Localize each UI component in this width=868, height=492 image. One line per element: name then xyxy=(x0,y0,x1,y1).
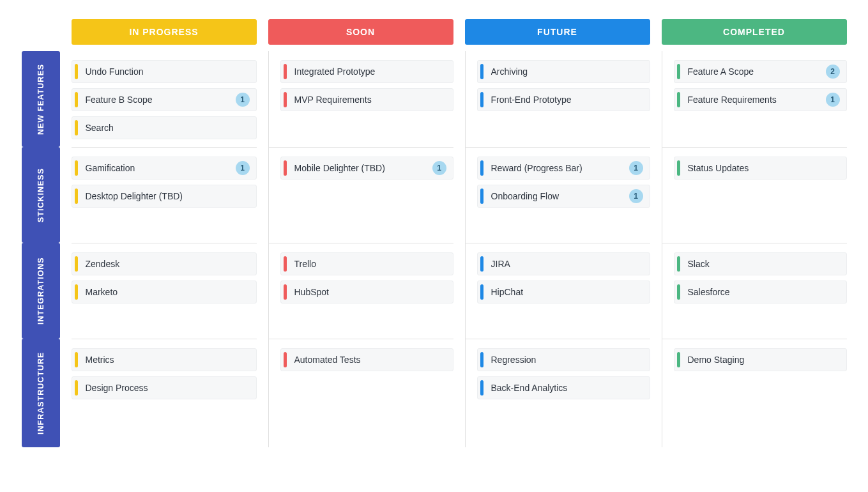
cell-stickiness-completed[interactable]: Status Updates xyxy=(662,147,847,243)
card[interactable]: Reward (Progress Bar)1 xyxy=(477,157,650,180)
card-title: HubSpot xyxy=(294,287,446,297)
card-title: Onboarding Flow xyxy=(491,191,629,201)
cell-stickiness-in-progress[interactable]: Gamification1Desktop Delighter (TBD) xyxy=(72,147,257,243)
card[interactable]: Search xyxy=(72,116,257,139)
card-stripe xyxy=(75,92,78,107)
card-title: MVP Requirements xyxy=(294,95,446,105)
card-stripe xyxy=(284,352,287,367)
card-stripe xyxy=(284,64,287,79)
card[interactable]: Zendesk xyxy=(72,252,257,275)
card[interactable]: Archiving xyxy=(477,60,650,83)
card[interactable]: Slack xyxy=(674,252,847,275)
card-title: Front-End Prototype xyxy=(491,95,643,105)
row-label-infrastructure[interactable]: INFRASTRUCTURE xyxy=(22,339,60,447)
card[interactable]: HipChat xyxy=(477,281,650,304)
card-title: Search xyxy=(86,123,250,133)
card-title: Desktop Delighter (TBD) xyxy=(86,191,250,201)
card-title: Metrics xyxy=(86,355,250,365)
card-title: Gamification xyxy=(86,163,236,173)
row-label-integrations[interactable]: INTEGRATIONS xyxy=(22,243,60,339)
card-title: Integrated Prototype xyxy=(294,66,446,77)
cell-new-features-future[interactable]: ArchivingFront-End Prototype xyxy=(465,51,650,147)
card[interactable]: Status Updates xyxy=(674,157,847,180)
card-stripe xyxy=(480,64,483,79)
card-stripe xyxy=(284,160,287,176)
cell-infrastructure-completed[interactable]: Demo Staging xyxy=(662,339,847,447)
cell-infrastructure-future[interactable]: RegressionBack-End Analytics xyxy=(465,339,650,447)
row-label-stickiness[interactable]: STICKINESS xyxy=(22,147,60,243)
cell-integrations-future[interactable]: JIRAHipChat xyxy=(465,243,650,339)
card-stripe xyxy=(480,92,483,107)
row-label-new-features[interactable]: NEW FEATURES xyxy=(22,51,60,147)
card-stripe xyxy=(284,284,287,300)
cell-infrastructure-soon[interactable]: Automated Tests xyxy=(268,339,453,447)
card-title: Automated Tests xyxy=(294,355,446,365)
card-title: Marketo xyxy=(86,287,250,297)
card-title: Trello xyxy=(294,259,446,269)
card-badge: 1 xyxy=(629,189,643,203)
card-title: Undo Function xyxy=(86,66,250,77)
card[interactable]: Back-End Analytics xyxy=(477,376,650,399)
card[interactable]: Trello xyxy=(280,252,453,275)
cell-stickiness-future[interactable]: Reward (Progress Bar)1Onboarding Flow1 xyxy=(465,147,650,243)
card-badge: 2 xyxy=(826,65,840,79)
card[interactable]: Design Process xyxy=(72,376,257,399)
card[interactable]: Desktop Delighter (TBD) xyxy=(72,185,257,208)
card[interactable]: Regression xyxy=(477,348,650,371)
cell-infrastructure-in-progress[interactable]: MetricsDesign Process xyxy=(72,339,257,447)
cell-new-features-soon[interactable]: Integrated PrototypeMVP Requirements xyxy=(268,51,453,147)
cell-new-features-completed[interactable]: Feature A Scope2Feature Requirements1 xyxy=(662,51,847,147)
card[interactable]: Gamification1 xyxy=(72,157,257,180)
column-header-soon[interactable]: SOON xyxy=(268,19,453,45)
card-stripe xyxy=(75,64,78,79)
card[interactable]: JIRA xyxy=(477,252,650,275)
card[interactable]: Demo Staging xyxy=(674,348,847,371)
corner-cell xyxy=(22,19,60,51)
cell-new-features-in-progress[interactable]: Undo FunctionFeature B Scope1Search xyxy=(72,51,257,147)
card-stripe xyxy=(75,160,78,176)
card[interactable]: Salesforce xyxy=(674,281,847,304)
column-header-completed[interactable]: COMPLETED xyxy=(662,19,847,45)
cell-integrations-in-progress[interactable]: ZendeskMarketo xyxy=(72,243,257,339)
cell-integrations-soon[interactable]: TrelloHubSpot xyxy=(268,243,453,339)
cell-stickiness-soon[interactable]: Mobile Delighter (TBD)1 xyxy=(268,147,453,243)
card-stripe xyxy=(677,352,680,367)
card-badge: 1 xyxy=(236,161,250,175)
cell-integrations-completed[interactable]: SlackSalesforce xyxy=(662,243,847,339)
card-title: Design Process xyxy=(86,383,250,393)
card-stripe xyxy=(75,188,78,204)
card[interactable]: Marketo xyxy=(72,281,257,304)
card-badge: 1 xyxy=(236,93,250,107)
card[interactable]: Mobile Delighter (TBD)1 xyxy=(280,157,453,180)
card-stripe xyxy=(480,380,483,396)
card-badge: 1 xyxy=(826,93,840,107)
column-header-in-progress[interactable]: IN PROGRESS xyxy=(72,19,257,45)
card-stripe xyxy=(75,284,78,300)
card-title: Archiving xyxy=(491,66,643,77)
card-title: Feature B Scope xyxy=(86,95,236,105)
card[interactable]: Integrated Prototype xyxy=(280,60,453,83)
card[interactable]: Feature Requirements1 xyxy=(674,88,847,111)
card-title: Status Updates xyxy=(688,163,840,173)
card[interactable]: Undo Function xyxy=(72,60,257,83)
card[interactable]: HubSpot xyxy=(280,281,453,304)
card-stripe xyxy=(677,256,680,272)
card[interactable]: MVP Requirements xyxy=(280,88,453,111)
card[interactable]: Feature A Scope2 xyxy=(674,60,847,83)
card-title: Feature A Scope xyxy=(688,66,826,77)
card-title: Back-End Analytics xyxy=(491,383,643,393)
card-title: Regression xyxy=(491,355,643,365)
card-stripe xyxy=(677,92,680,107)
card[interactable]: Front-End Prototype xyxy=(477,88,650,111)
card[interactable]: Metrics xyxy=(72,348,257,371)
card-stripe xyxy=(480,160,483,176)
card-stripe xyxy=(677,284,680,300)
card-stripe xyxy=(677,64,680,79)
card-badge: 1 xyxy=(629,161,643,175)
card[interactable]: Onboarding Flow1 xyxy=(477,185,650,208)
card-title: Demo Staging xyxy=(688,355,840,365)
column-header-future[interactable]: FUTURE xyxy=(465,19,650,45)
card-stripe xyxy=(75,256,78,272)
card[interactable]: Feature B Scope1 xyxy=(72,88,257,111)
card[interactable]: Automated Tests xyxy=(280,348,453,371)
